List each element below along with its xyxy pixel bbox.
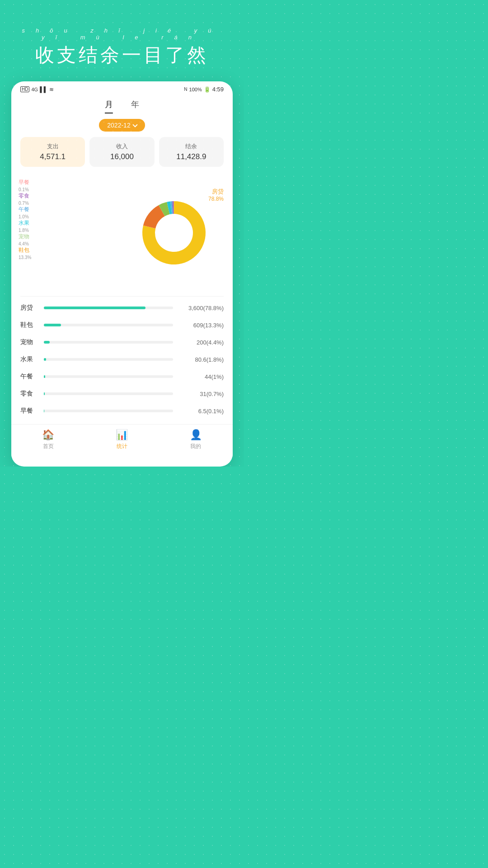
bar-fill — [44, 341, 50, 344]
time: 4:59 — [212, 86, 224, 93]
bar-value: 80.6(1.8%) — [178, 356, 224, 363]
summary-cards: 支出 4,571.1 收入 16,000 结余 11,428.9 — [20, 137, 224, 167]
income-card: 收入 16,000 — [89, 137, 154, 167]
legend-item: 1.0%水果 — [19, 214, 31, 227]
bar-fill — [44, 358, 46, 361]
bar-value: 3,600(78.8%) — [178, 305, 224, 311]
balance-card: 结余 11,428.9 — [159, 137, 224, 167]
bar-fill — [44, 324, 61, 326]
tabs: 月 年 — [11, 95, 233, 113]
right-label-pct: 78.8% — [208, 196, 224, 202]
bar-item: 宠物200(4.4%) — [20, 338, 224, 346]
nfc-icon: N — [184, 87, 187, 92]
bar-track — [44, 307, 173, 309]
nav-item-我的[interactable]: 👤我的 — [190, 429, 202, 450]
status-hd: HD — [20, 86, 29, 92]
expense-value: 4,571.1 — [25, 152, 80, 161]
chevron-down-icon — [132, 122, 137, 127]
divider — [20, 296, 224, 297]
nav-icon: 📊 — [116, 429, 128, 441]
bar-item: 鞋包609(13.3%) — [20, 321, 224, 329]
bar-item-label: 早餐 — [20, 407, 38, 415]
nav-label: 首页 — [43, 443, 54, 450]
bar-fill — [44, 307, 145, 309]
bar-item: 午餐44(1%) — [20, 373, 224, 381]
legend-item: 早餐 — [19, 179, 31, 186]
status-4g: 4G — [31, 87, 38, 92]
chart-right-label: 房贷 78.8% — [208, 188, 224, 202]
nav-item-首页[interactable]: 🏠首页 — [42, 429, 54, 450]
nav-icon: 👤 — [190, 429, 202, 441]
bar-value: 200(4.4%) — [178, 339, 224, 346]
bar-track — [44, 341, 173, 344]
bar-value: 6.5(0.1%) — [178, 408, 224, 415]
right-label-name: 房贷 — [208, 188, 224, 196]
expense-card: 支出 4,571.1 — [20, 137, 85, 167]
bar-item: 水果80.6(1.8%) — [20, 355, 224, 363]
signal-icon: ▌▌ — [40, 86, 47, 93]
bar-track — [44, 392, 173, 395]
balance-label: 结余 — [164, 142, 219, 151]
chart-section: 早餐0.1%零食0.7%午餐1.0%水果1.8%宠物4.4%鞋包13.3% 房贷… — [11, 174, 233, 292]
month-selector: 2022-12 — [11, 119, 233, 132]
tab-month[interactable]: 月 — [105, 99, 113, 113]
legend-item: 0.7%午餐 — [19, 201, 31, 213]
bar-list: 房贷3,600(78.8%)鞋包609(13.3%)宠物200(4.4%)水果8… — [11, 304, 233, 415]
bar-value: 31(0.7%) — [178, 391, 224, 397]
bar-fill — [44, 410, 44, 412]
bar-track — [44, 324, 173, 326]
bottom-nav: 🏠首页📊统计👤我的 — [11, 424, 233, 458]
header-pinyin: shōu zhī jié yú yī mù le rán — [9, 27, 235, 41]
bar-value: 609(13.3%) — [178, 322, 224, 329]
tab-year[interactable]: 年 — [131, 99, 139, 113]
month-value: 2022-12 — [107, 122, 130, 129]
month-badge[interactable]: 2022-12 — [99, 119, 145, 132]
bar-track — [44, 358, 173, 361]
bar-item: 早餐6.5(0.1%) — [20, 407, 224, 415]
expense-label: 支出 — [25, 142, 80, 151]
nav-label: 我的 — [190, 443, 201, 450]
donut-chart — [133, 192, 215, 274]
bar-item-label: 水果 — [20, 355, 38, 363]
legend-item: 0.1%零食 — [19, 187, 31, 200]
status-left: HD 4G ▌▌ ≋ — [20, 86, 54, 93]
status-bar: HD 4G ▌▌ ≋ N 100% 🔋 4:59 — [11, 81, 233, 95]
bar-item: 零食31(0.7%) — [20, 390, 224, 398]
battery-pct: 100% — [189, 87, 202, 92]
legend-item: 4.4%鞋包 — [19, 241, 31, 254]
phone-card: HD 4G ▌▌ ≋ N 100% 🔋 4:59 月 年 2022-12 支出 … — [11, 81, 233, 467]
bar-item-label: 宠物 — [20, 338, 38, 346]
bar-track — [44, 375, 173, 378]
bar-item-label: 鞋包 — [20, 321, 38, 329]
bar-item-label: 午餐 — [20, 373, 38, 381]
chart-legend: 早餐0.1%零食0.7%午餐1.0%水果1.8%宠物4.4%鞋包13.3% — [19, 179, 31, 260]
header-chinese: 收支结余一目了然 — [9, 42, 235, 68]
bar-fill — [44, 392, 45, 395]
bar-track — [44, 410, 173, 412]
income-value: 16,000 — [94, 152, 150, 161]
nav-icon: 🏠 — [42, 429, 54, 441]
wifi-icon: ≋ — [49, 86, 54, 93]
bar-item-label: 零食 — [20, 390, 38, 398]
bar-fill — [44, 375, 45, 378]
battery-icon: 🔋 — [204, 86, 211, 93]
legend-item: 1.8%宠物 — [19, 228, 31, 241]
bar-value: 44(1%) — [178, 373, 224, 380]
nav-item-统计[interactable]: 📊统计 — [116, 429, 128, 450]
nav-label: 统计 — [117, 443, 127, 450]
balance-value: 11,428.9 — [164, 152, 219, 161]
status-right: N 100% 🔋 4:59 — [184, 86, 224, 93]
bar-item: 房贷3,600(78.8%) — [20, 304, 224, 312]
bar-item-label: 房贷 — [20, 304, 38, 312]
legend-item: 13.3% — [19, 255, 31, 260]
app-header: shōu zhī jié yú yī mù le rán 收支结余一目了然 — [0, 27, 244, 68]
income-label: 收入 — [94, 142, 150, 151]
